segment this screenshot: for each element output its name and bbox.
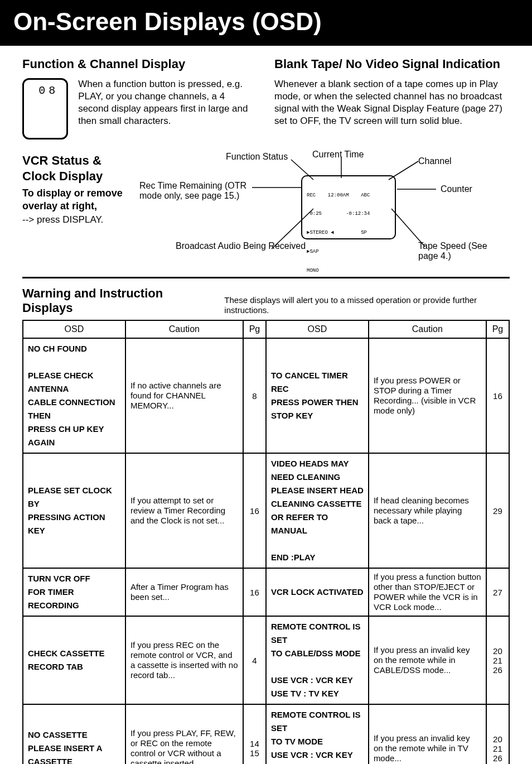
label-broadcast-audio: Broadcast Audio Being Received <box>176 241 306 251</box>
caution-cell-right: If you press POWER or STOP during a Time… <box>369 338 486 453</box>
osd-cell-left: TURN VCR OFF FOR TIMER RECORDING <box>23 568 125 616</box>
pg-cell-left: 16 <box>243 453 266 568</box>
osd-line3: ►STEREO ◄ SP <box>307 230 390 236</box>
blank-body-text: Whenever a blank section of a tape comes… <box>274 78 510 127</box>
blank-heading: Blank Tape/ No Video Signal Indication <box>274 57 510 71</box>
caution-cell-right: If head cleaning becomes necessary while… <box>369 453 486 568</box>
osd-cell-left: CHECK CASSETTE RECORD TAB <box>23 616 125 704</box>
table-row: NO CH FOUND PLEASE CHECK ANTENNA CABLE C… <box>23 338 509 453</box>
caution-cell-left: If no active channels are found for CHAN… <box>125 338 243 453</box>
vcr-heading: VCR Status & Clock Display <box>22 153 134 184</box>
pg-cell-left: 14 15 <box>243 704 266 764</box>
caution-cell-left: If you attempt to set or review a Timer … <box>125 453 243 568</box>
warning-note: These displays will alert you to a misse… <box>224 295 510 315</box>
th-pg-left: Pg <box>243 320 266 338</box>
osd-line4: ►SAP <box>307 249 390 255</box>
pg-cell-left: 8 <box>243 338 266 453</box>
label-channel: Channel <box>418 156 452 166</box>
osd-screen-icon: REC 12:00AM ABC 0:25 -0:12:34 ►STEREO ◄ … <box>301 175 396 239</box>
th-caution-left: Caution <box>125 320 243 338</box>
caution-cell-left: If you press REC on the remote control o… <box>125 616 243 704</box>
label-counter: Counter <box>441 184 472 194</box>
osd-cell-right: REMOTE CONTROL IS SET TO CABLE/DSS MODE … <box>266 616 369 704</box>
th-osd-left: OSD <box>23 320 125 338</box>
pg-cell-right: 20 21 26 <box>486 704 509 764</box>
page-content: Function & Channel Display 08 When a fun… <box>0 46 532 764</box>
osd-cell-right: REMOTE CONTROL IS SET TO TV MODE USE VCR… <box>266 704 369 764</box>
tv-box-icon: 08 <box>22 78 68 140</box>
pg-cell-right: 20 21 26 <box>486 616 509 704</box>
pg-cell-right: 29 <box>486 453 509 568</box>
osd-cell-right: TO CANCEL TIMER REC PRESS POWER THEN STO… <box>266 338 369 453</box>
warning-heading: Warning and Instruction Displays <box>22 286 207 315</box>
vcr-status-section: VCR Status & Clock Display To display or… <box>22 153 134 265</box>
th-pg-right: Pg <box>486 320 509 338</box>
th-caution-right: Caution <box>369 320 486 338</box>
function-heading: Function & Channel Display <box>22 57 258 71</box>
vcr-diagram: Rec Time Remaining (OTR mode only, see p… <box>139 153 510 265</box>
label-current-time: Current Time <box>312 150 364 160</box>
caution-cell-left: After a Timer Program has been set... <box>125 568 243 616</box>
label-function-status: Function Status <box>226 152 288 162</box>
page-banner: On-Screen Displays (OSD) <box>0 0 532 46</box>
blank-tape-section: Blank Tape/ No Video Signal Indication W… <box>274 57 510 140</box>
caution-cell-left: If you press PLAY, FF, REW, or REC on th… <box>125 704 243 764</box>
divider <box>22 277 510 278</box>
osd-line5: MONO <box>307 268 390 274</box>
caution-cell-right: If you press an invalid key on the remot… <box>369 704 486 764</box>
osd-cell-left: PLEASE SET CLOCK BY PRESSING ACTION KEY <box>23 453 125 568</box>
caution-cell-right: If you press an invalid key on the remot… <box>369 616 486 704</box>
osd-line2: 0:25 -0:12:34 <box>307 211 390 217</box>
function-channel-section: Function & Channel Display 08 When a fun… <box>22 57 258 140</box>
warning-table: OSD Caution Pg OSD Caution Pg NO CH FOUN… <box>22 320 510 764</box>
vcr-press-instruction: --> press DISPLAY. <box>22 214 134 225</box>
table-row: CHECK CASSETTE RECORD TABIf you press RE… <box>23 616 509 704</box>
osd-line1: REC 12:00AM ABC <box>307 193 390 199</box>
function-body-text: When a function button is pressed, e.g. … <box>78 78 258 127</box>
th-osd-right: OSD <box>266 320 369 338</box>
label-tape-speed: Tape Speed (See page 4.) <box>418 241 496 262</box>
osd-cell-left: NO CASSETTE PLEASE INSERT A CASSETTE <box>23 704 125 764</box>
pg-cell-left: 16 <box>243 568 266 616</box>
osd-cell-right: VCR LOCK ACTIVATED <box>266 568 369 616</box>
table-header-row: OSD Caution Pg OSD Caution Pg <box>23 320 509 338</box>
table-row: NO CASSETTE PLEASE INSERT A CASSETTEIf y… <box>23 704 509 764</box>
pg-cell-left: 4 <box>243 616 266 704</box>
pg-cell-right: 16 <box>486 338 509 453</box>
vcr-subheading: To display or remove overlay at right, <box>22 187 134 212</box>
osd-cell-left: NO CH FOUND PLEASE CHECK ANTENNA CABLE C… <box>23 338 125 453</box>
caution-cell-right: If you press a function button other tha… <box>369 568 486 616</box>
pg-cell-right: 27 <box>486 568 509 616</box>
osd-cell-right: VIDEO HEADS MAY NEED CLEANING PLEASE INS… <box>266 453 369 568</box>
table-row: PLEASE SET CLOCK BY PRESSING ACTION KEYI… <box>23 453 509 568</box>
label-rec-remaining: Rec Time Remaining (OTR mode only, see p… <box>139 181 251 201</box>
table-row: TURN VCR OFF FOR TIMER RECORDINGAfter a … <box>23 568 509 616</box>
